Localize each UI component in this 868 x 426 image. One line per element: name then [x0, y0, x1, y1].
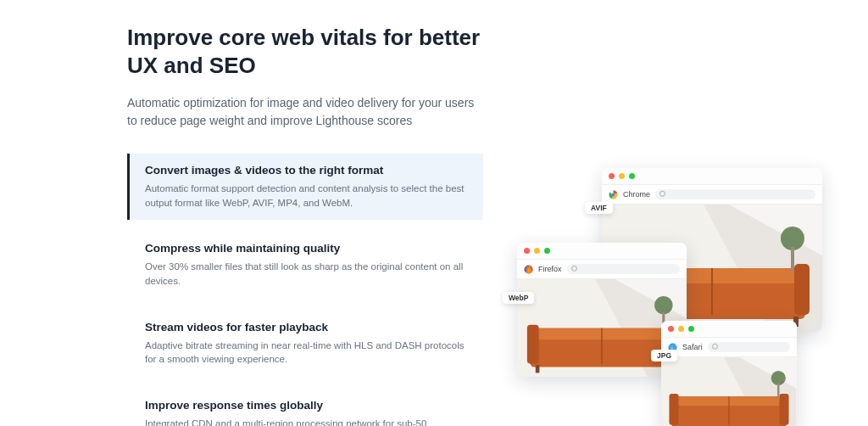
browser-name: Firefox — [538, 265, 562, 273]
browser-toolbar: Chrome — [602, 185, 822, 205]
page-subtitle: Automatic optimization for image and vid… — [127, 94, 483, 130]
window-dot-yellow — [678, 326, 684, 332]
window-dot-green — [544, 248, 550, 254]
illustration-area: Chrome AVIF Firefox WebP — [500, 24, 826, 426]
feature-title: Stream videos for faster playback — [145, 321, 471, 334]
feature-desc: Integrated CDN and a multi-region proces… — [145, 417, 471, 426]
address-bar — [655, 189, 815, 199]
browser-toolbar: Safari — [661, 338, 797, 357]
address-bar — [708, 342, 790, 352]
feature-desc: Over 30% smaller files that still look a… — [145, 260, 471, 288]
feature-title: Convert images & videos to the right for… — [145, 164, 471, 177]
chrome-icon — [609, 190, 618, 199]
page-title: Improve core web vitals for better UX an… — [127, 24, 483, 79]
feature-list: Convert images & videos to the right for… — [127, 154, 483, 426]
firefox-icon — [524, 265, 533, 274]
browser-toolbar: Firefox — [517, 260, 687, 279]
window-dot-green — [629, 173, 635, 179]
feature-desc: Adaptive bitrate streaming in near real-… — [145, 339, 471, 367]
window-dot-green — [688, 326, 694, 332]
window-dot-red — [524, 248, 530, 254]
browser-name: Chrome — [623, 190, 650, 199]
window-titlebar — [517, 243, 687, 260]
window-titlebar — [661, 321, 797, 338]
feature-desc: Automatic format support detection and c… — [145, 182, 471, 210]
window-dot-yellow — [534, 248, 540, 254]
browser-name: Safari — [682, 343, 703, 351]
feature-item-cdn[interactable]: Improve response times globally Integrat… — [127, 389, 483, 426]
window-dot-red — [668, 326, 674, 332]
feature-title: Compress while maintaining quality — [145, 242, 471, 255]
format-badge-jpg: JPG — [651, 350, 677, 362]
content-image — [661, 357, 797, 426]
feature-item-stream[interactable]: Stream videos for faster playback Adapti… — [127, 311, 483, 377]
window-dot-red — [609, 173, 615, 179]
window-dot-yellow — [619, 173, 625, 179]
feature-title: Improve response times globally — [145, 399, 471, 412]
window-titlebar — [602, 168, 822, 185]
feature-item-compress[interactable]: Compress while maintaining quality Over … — [127, 232, 483, 298]
browser-window-safari: Safari — [661, 321, 797, 426]
feature-item-convert[interactable]: Convert images & videos to the right for… — [127, 154, 483, 220]
format-badge-avif: AVIF — [585, 202, 613, 214]
format-badge-webp: WebP — [503, 292, 534, 304]
address-bar — [567, 264, 680, 274]
